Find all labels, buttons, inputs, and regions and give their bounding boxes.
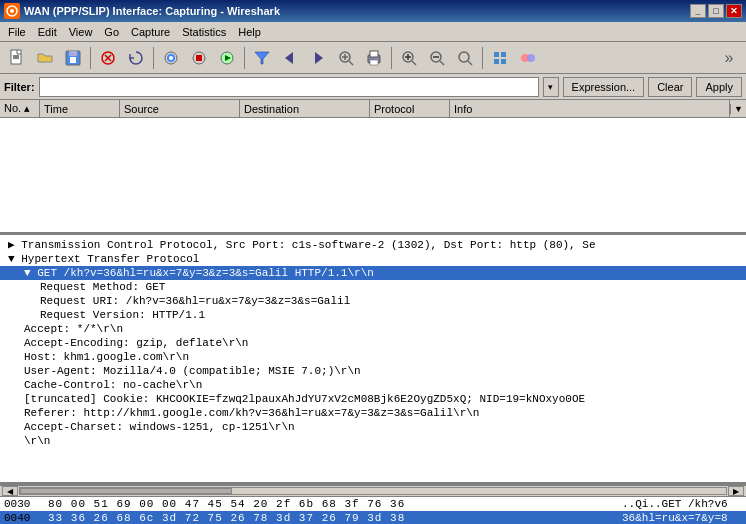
column-header-protocol[interactable]: Protocol bbox=[370, 100, 450, 117]
detail-line[interactable]: Referer: http://khm1.google.com/kh?v=36&… bbox=[0, 406, 746, 420]
column-header-source[interactable]: Source bbox=[120, 100, 240, 117]
svg-rect-36 bbox=[494, 52, 499, 57]
packet-list-header: No. ▴ Time Source Destination Protocol I… bbox=[0, 100, 746, 118]
hex-row[interactable]: 003080 00 51 69 00 00 47 45 54 20 2f 6b … bbox=[0, 497, 746, 511]
filter-input[interactable] bbox=[39, 77, 539, 97]
hex-view[interactable]: 003080 00 51 69 00 00 47 45 54 20 2f 6b … bbox=[0, 497, 746, 524]
toolbar-print[interactable] bbox=[361, 45, 387, 71]
svg-marker-18 bbox=[285, 52, 293, 64]
scroll-thumb[interactable] bbox=[20, 488, 232, 494]
minimize-button[interactable]: _ bbox=[690, 4, 706, 18]
toolbar-zoom-reset[interactable] bbox=[452, 45, 478, 71]
menu-view[interactable]: View bbox=[63, 24, 99, 40]
toolbar-jump[interactable] bbox=[333, 45, 359, 71]
hex-bytes: 33 36 26 68 6c 3d 72 75 26 78 3d 37 26 7… bbox=[48, 512, 614, 524]
filter-bar: Filter: ▾ Expression... Clear Apply bbox=[0, 74, 746, 100]
toolbar-more[interactable]: » bbox=[716, 45, 742, 71]
svg-marker-19 bbox=[315, 52, 323, 64]
toolbar-colorize[interactable] bbox=[515, 45, 541, 71]
filter-dropdown-arrow[interactable]: ▾ bbox=[543, 77, 559, 97]
svg-line-32 bbox=[440, 61, 444, 65]
filter-expression-button[interactable]: Expression... bbox=[563, 77, 645, 97]
toolbar-sep-2 bbox=[153, 47, 154, 69]
toolbar-zoom-out[interactable] bbox=[424, 45, 450, 71]
title-bar-left: WAN (PPP/SLIP) Interface: Capturing - Wi… bbox=[4, 3, 280, 19]
toolbar-capture-restart[interactable] bbox=[214, 45, 240, 71]
column-header-time[interactable]: Time bbox=[40, 100, 120, 117]
svg-point-1 bbox=[10, 9, 14, 13]
menu-go[interactable]: Go bbox=[98, 24, 125, 40]
toolbar-sep-1 bbox=[90, 47, 91, 69]
info-label: Info bbox=[454, 103, 472, 115]
toolbar-capture-start[interactable] bbox=[158, 45, 184, 71]
detail-line[interactable]: Request URI: /kh?v=36&hl=ru&x=7&y=3&z=3&… bbox=[0, 294, 746, 308]
svg-rect-26 bbox=[370, 60, 378, 65]
scroll-track[interactable] bbox=[19, 487, 727, 495]
filter-apply-button[interactable]: Apply bbox=[696, 77, 742, 97]
svg-rect-2 bbox=[11, 50, 21, 64]
detail-line[interactable]: Accept-Charset: windows-1251, cp-1251\r\… bbox=[0, 420, 746, 434]
hex-offset: 0040 bbox=[4, 512, 44, 524]
toolbar-back[interactable] bbox=[277, 45, 303, 71]
detail-line[interactable]: ▼ Hypertext Transfer Protocol bbox=[0, 252, 746, 266]
toolbar-zoom-in[interactable] bbox=[396, 45, 422, 71]
scroll-left-btn[interactable]: ◀ bbox=[2, 486, 18, 496]
detail-line[interactable]: [truncated] Cookie: KHCOOKIE=fzwq2lpauxA… bbox=[0, 392, 746, 406]
column-header-no[interactable]: No. ▴ bbox=[0, 100, 40, 117]
hex-ascii: 36&hl=ru&x=7&y=8 bbox=[622, 512, 742, 524]
svg-point-41 bbox=[527, 54, 535, 62]
column-header-destination[interactable]: Destination bbox=[240, 100, 370, 117]
hex-ascii: ..Qi..GET /kh?v6 bbox=[622, 498, 742, 510]
detail-scrollbar[interactable]: ◀ ▶ bbox=[0, 485, 746, 497]
detail-line[interactable]: Request Method: GET bbox=[0, 280, 746, 294]
menu-help[interactable]: Help bbox=[232, 24, 267, 40]
menu-file[interactable]: File bbox=[2, 24, 32, 40]
detail-line[interactable]: Request Version: HTTP/1.1 bbox=[0, 308, 746, 322]
detail-line[interactable]: Accept: */*\r\n bbox=[0, 322, 746, 336]
packet-list-scroll-down[interactable]: ▼ bbox=[730, 104, 746, 114]
app-icon bbox=[4, 3, 20, 19]
svg-line-28 bbox=[412, 61, 416, 65]
toolbar-settings[interactable] bbox=[487, 45, 513, 71]
toolbar-save[interactable] bbox=[60, 45, 86, 71]
detail-line[interactable]: Host: khm1.google.com\r\n bbox=[0, 350, 746, 364]
toolbar-filter[interactable] bbox=[249, 45, 275, 71]
svg-rect-7 bbox=[70, 57, 76, 63]
toolbar-sep-4 bbox=[391, 47, 392, 69]
hex-offset: 0030 bbox=[4, 498, 44, 510]
toolbar-forward[interactable] bbox=[305, 45, 331, 71]
toolbar-close[interactable] bbox=[95, 45, 121, 71]
title-text: WAN (PPP/SLIP) Interface: Capturing - Wi… bbox=[24, 5, 280, 17]
hex-row[interactable]: 004033 36 26 68 6c 3d 72 75 26 78 3d 37 … bbox=[0, 511, 746, 524]
svg-point-34 bbox=[459, 52, 469, 62]
close-button[interactable]: ✕ bbox=[726, 4, 742, 18]
packet-list: No. ▴ Time Source Destination Protocol I… bbox=[0, 100, 746, 235]
detail-line[interactable]: ▼ GET /kh?v=36&hl=ru&x=7&y=3&z=3&s=Galil… bbox=[0, 266, 746, 280]
svg-rect-39 bbox=[501, 59, 506, 64]
scroll-right-btn[interactable]: ▶ bbox=[728, 486, 744, 496]
toolbar-capture-stop[interactable] bbox=[186, 45, 212, 71]
svg-point-13 bbox=[169, 56, 173, 60]
detail-line[interactable]: User-Agent: Mozilla/4.0 (compatible; MSI… bbox=[0, 364, 746, 378]
filter-clear-button[interactable]: Clear bbox=[648, 77, 692, 97]
toolbar-new[interactable] bbox=[4, 45, 30, 71]
packet-content[interactable] bbox=[0, 118, 746, 231]
detail-line[interactable]: Cache-Control: no-cache\r\n bbox=[0, 378, 746, 392]
svg-rect-15 bbox=[196, 55, 202, 61]
detail-line[interactable]: ▶ Transmission Control Protocol, Src Por… bbox=[0, 237, 746, 252]
packet-detail[interactable]: ▶ Transmission Control Protocol, Src Por… bbox=[0, 235, 746, 485]
toolbar-open[interactable] bbox=[32, 45, 58, 71]
detail-line[interactable]: Accept-Encoding: gzip, deflate\r\n bbox=[0, 336, 746, 350]
column-header-info[interactable]: Info bbox=[450, 100, 730, 117]
detail-line[interactable]: \r\n bbox=[0, 434, 746, 448]
svg-rect-25 bbox=[370, 51, 378, 57]
toolbar: » bbox=[0, 42, 746, 74]
toolbar-sep-5 bbox=[482, 47, 483, 69]
maximize-button[interactable]: □ bbox=[708, 4, 724, 18]
title-controls: _ □ ✕ bbox=[690, 4, 742, 18]
toolbar-reload[interactable] bbox=[123, 45, 149, 71]
menu-bar: File Edit View Go Capture Statistics Hel… bbox=[0, 22, 746, 42]
menu-capture[interactable]: Capture bbox=[125, 24, 176, 40]
menu-edit[interactable]: Edit bbox=[32, 24, 63, 40]
menu-statistics[interactable]: Statistics bbox=[176, 24, 232, 40]
